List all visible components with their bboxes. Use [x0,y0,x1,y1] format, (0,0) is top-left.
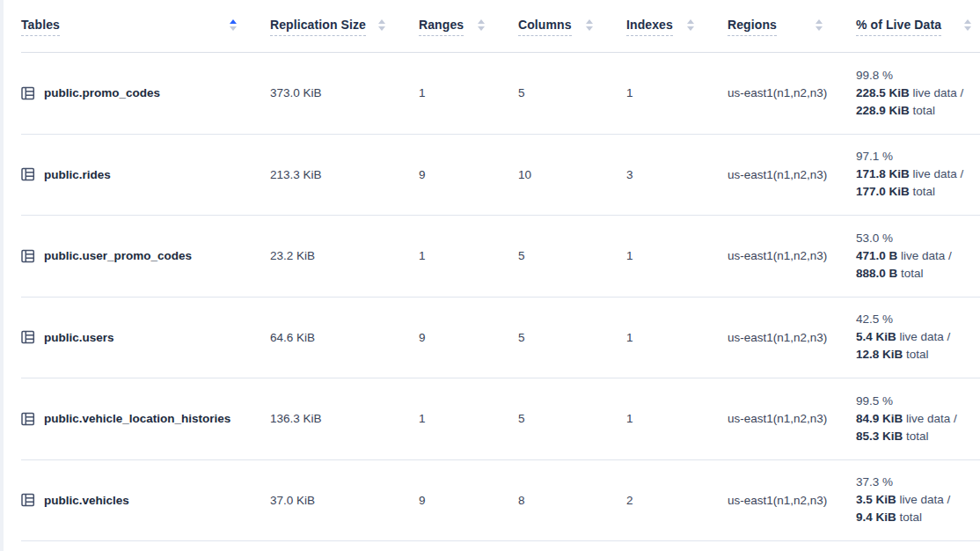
live-size-label: live data / [900,493,951,506]
table-name-link[interactable]: public.rides [44,168,111,181]
indexes-cell: 2 [626,494,728,507]
table-name-cell[interactable]: public.vehicles [21,493,270,507]
table-header-row: Tables Replication Size Ranges Columns I… [21,0,980,53]
columns-cell: 5 [518,249,626,262]
live-data-cell: 53.0 % 471.0 B live data / 888.0 B total [856,230,980,283]
total-size-value: 9.4 KiB [856,511,896,524]
live-data-size: 84.9 KiB live data / [856,410,980,428]
columns-cell: 5 [518,86,626,99]
live-data-percent: 37.3 % [856,474,980,491]
regions-cell: us-east1(n1,n2,n3) [728,86,856,99]
table-name-link[interactable]: public.promo_codes [44,86,160,99]
total-size-label: total [906,348,929,361]
table-icon [21,167,35,181]
column-header-replication-size[interactable]: Replication Size [270,0,419,52]
table-name-cell[interactable]: public.promo_codes [21,86,270,100]
columns-cell: 5 [518,331,626,344]
live-size-label: live data / [901,249,952,262]
sort-arrows-icon[interactable] [964,19,971,33]
total-data-size: 177.0 KiB total [856,183,980,201]
column-header-ranges[interactable]: Ranges [419,0,518,52]
table-name-cell[interactable]: public.users [21,330,270,344]
indexes-cell: 3 [626,168,728,181]
column-header-label[interactable]: Replication Size [270,18,366,36]
column-header-label[interactable]: Tables [21,18,60,36]
table-name-link[interactable]: public.vehicles [44,494,129,507]
sort-desc-icon [964,26,971,31]
sort-desc-icon [478,26,485,31]
column-header-indexes[interactable]: Indexes [626,0,728,52]
total-data-size: 12.8 KiB total [856,346,980,364]
column-header-label[interactable]: % of Live Data [856,18,941,36]
live-size-value: 3.5 KiB [856,493,896,506]
live-data-percent: 42.5 % [856,311,980,328]
live-size-value: 5.4 KiB [856,330,896,343]
column-header-label[interactable]: Columns [518,18,572,36]
table-row: public.user_promo_codes 23.2 KiB 1 5 1 u… [21,216,980,298]
regions-cell: us-east1(n1,n2,n3) [728,331,856,344]
sort-asc-icon [478,19,485,24]
sort-desc-icon [586,26,593,31]
columns-cell: 5 [518,412,626,425]
table-row: public.promo_codes 373.0 KiB 1 5 1 us-ea… [21,53,980,135]
table-row: public.users 64.6 KiB 9 5 1 us-east1(n1,… [21,298,980,379]
table-name-cell[interactable]: public.rides [21,167,270,181]
sort-desc-icon [687,26,694,31]
table-icon [21,412,35,426]
table-name-link[interactable]: public.vehicle_location_histories [44,412,230,425]
column-header-label[interactable]: Regions [728,18,777,36]
columns-cell: 10 [518,168,626,181]
column-header-regions[interactable]: Regions [728,0,856,52]
page-left-gutter [0,0,4,551]
total-size-label: total [900,511,923,524]
replication-size-cell: 23.2 KiB [270,249,419,262]
columns-cell: 8 [518,494,626,507]
total-data-size: 85.3 KiB total [856,428,980,445]
column-header-tables[interactable]: Tables [21,0,270,52]
indexes-cell: 1 [626,331,728,344]
live-data-size: 171.8 KiB live data / [856,165,980,183]
table-name-link[interactable]: public.user_promo_codes [44,249,192,262]
table-name-cell[interactable]: public.user_promo_codes [21,249,270,263]
live-size-label: live data / [913,167,964,180]
total-size-value: 177.0 KiB [856,185,910,198]
sort-arrows-icon[interactable] [586,19,593,33]
table-row: public.rides 213.3 KiB 9 10 3 us-east1(n… [21,135,980,217]
sort-asc-icon [230,19,237,24]
regions-cell: us-east1(n1,n2,n3) [728,249,856,262]
ranges-cell: 9 [419,168,518,181]
live-data-cell: 37.3 % 3.5 KiB live data / 9.4 KiB total [856,474,980,526]
ranges-cell: 1 [419,86,518,99]
table-name-link[interactable]: public.users [44,331,114,344]
column-header-columns[interactable]: Columns [518,0,626,52]
sort-desc-icon [378,26,385,31]
live-size-value: 84.9 KiB [856,412,903,425]
column-header-live-data[interactable]: % of Live Data [856,0,980,52]
live-data-percent: 99.8 % [856,67,980,84]
replication-size-cell: 37.0 KiB [270,494,419,507]
sort-arrows-icon[interactable] [378,19,385,33]
live-data-size: 3.5 KiB live data / [856,491,980,509]
live-size-value: 171.8 KiB [856,167,910,180]
table-icon [21,86,35,100]
table-name-cell[interactable]: public.vehicle_location_histories [21,412,270,426]
column-header-label[interactable]: Ranges [419,18,464,36]
sort-arrows-icon[interactable] [478,19,485,33]
live-data-cell: 42.5 % 5.4 KiB live data / 12.8 KiB tota… [856,311,980,364]
table-row: public.vehicles 37.0 KiB 9 8 2 us-east1(… [21,460,980,542]
live-data-size: 5.4 KiB live data / [856,328,980,346]
total-data-size: 228.9 KiB total [856,102,980,120]
sort-arrows-icon[interactable] [230,19,237,33]
live-data-cell: 99.8 % 228.5 KiB live data / 228.9 KiB t… [856,67,980,120]
sort-arrows-icon[interactable] [815,19,823,33]
live-data-percent: 99.5 % [856,393,980,410]
sort-asc-icon [815,19,823,24]
sort-arrows-icon[interactable] [687,19,694,33]
live-size-value: 471.0 B [856,249,897,262]
ranges-cell: 1 [419,412,518,425]
replication-size-cell: 373.0 KiB [270,86,419,99]
sort-asc-icon [586,19,593,24]
regions-cell: us-east1(n1,n2,n3) [728,494,856,507]
column-header-label[interactable]: Indexes [626,18,673,36]
total-size-value: 12.8 KiB [856,348,903,361]
